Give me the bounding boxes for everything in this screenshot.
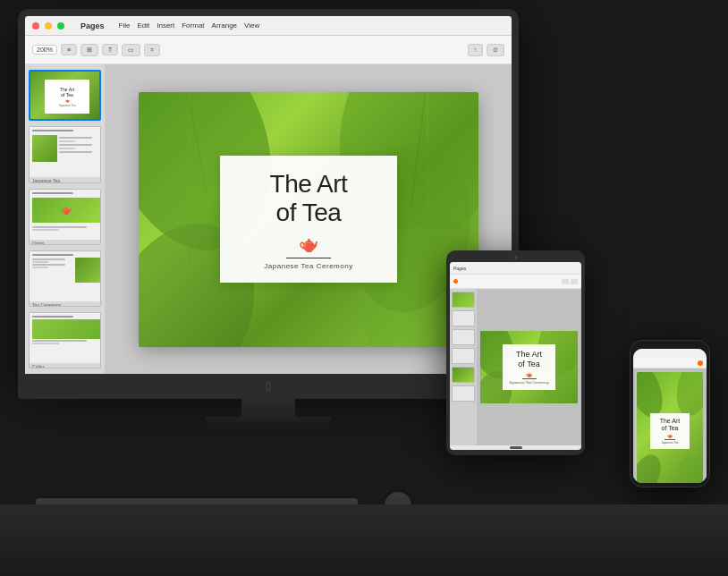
ipad-toolbar-dot (453, 279, 458, 284)
iphone-divider (665, 439, 675, 440)
iphone-statusbar (633, 349, 707, 358)
menu-arrange[interactable]: Arrange (212, 21, 237, 30)
iphone-device: The Art of Tea 🫖 Japanese Tea (630, 340, 710, 487)
ipad-tea-icon: 🫖 (507, 371, 552, 377)
toolbar-btn-4[interactable]: ▭ (122, 44, 140, 56)
ipad-thumb-3[interactable] (452, 329, 475, 345)
imac-stand-neck (241, 399, 295, 417)
thumb5-label: Calles (30, 363, 100, 368)
imac-screen-border: Pages File Edit Insert Format Arrange Vi… (18, 9, 519, 374)
slide-main-title: The Art of Tea (231, 170, 386, 227)
ipad-thumb-1[interactable] (452, 292, 475, 308)
ipad-home-indicator (510, 446, 522, 449)
apple-logo-icon:  (266, 379, 270, 394)
iphone-slide-card: The Art of Tea 🫖 Japanese Tea (650, 413, 690, 449)
iphone-slide-title: The Art of Tea (654, 418, 686, 433)
thumb3-label: Origin (30, 240, 100, 245)
ipad-divider (522, 378, 537, 379)
zoom-control[interactable]: 200% (32, 45, 57, 55)
ipad-toolbar (450, 275, 581, 289)
ipad-slide-sub: Japanese Tea Ceremony (507, 380, 552, 385)
toolbar-btn-1[interactable]: ≡ (61, 44, 77, 55)
ipad-thumb-2[interactable] (452, 310, 475, 326)
iphone-tea-icon: 🫖 (654, 433, 686, 438)
iphone-slide-sub: Japanese Tea (654, 441, 686, 445)
imac-chin:  (18, 374, 519, 399)
toolbar-btn-2[interactable]: ⊞ (80, 44, 98, 56)
ipad-thumb-4[interactable] (452, 348, 475, 364)
ipad-slide: The Art of Tea 🫖 Japanese Tea Ceremony (480, 331, 578, 404)
thumb2-label: Japanese Tea (30, 177, 100, 182)
close-button[interactable] (32, 22, 39, 30)
iphone-notch (656, 341, 683, 346)
tea-icon: 🫖 (231, 234, 386, 254)
iphone-device-wrapper: The Art of Tea 🫖 Japanese Tea (630, 340, 710, 487)
toolbar-btn-3[interactable]: T (102, 44, 118, 55)
imac-monitor: Pages File Edit Insert Format Arrange Vi… (18, 9, 519, 424)
main-slide: The Art of Tea 🫖 Japanese Tea Ceremony (139, 92, 478, 347)
app-name: Pages (80, 21, 105, 30)
iphone-screen: The Art of Tea 🫖 Japanese Tea (633, 349, 707, 483)
menu-insert[interactable]: Insert (157, 21, 174, 30)
toolbar-btn-5[interactable]: ⌗ (144, 44, 160, 56)
ipad-home-bar (450, 445, 581, 450)
slide-card: The Art of Tea 🫖 Japanese Tea Ceremony (220, 156, 397, 283)
ipad-toolbar-btn[interactable] (562, 279, 569, 284)
ipad-canvas: The Art of Tea 🫖 Japanese Tea Ceremony (477, 289, 581, 445)
menu-edit[interactable]: Edit (137, 21, 149, 30)
ipad-thumb-5[interactable] (452, 367, 475, 383)
menu-items: File Edit Insert Format Arrange View (119, 21, 260, 30)
imac-screen: Pages File Edit Insert Format Arrange Vi… (25, 16, 512, 374)
menu-bar: Pages File Edit Insert Format Arrange Vi… (25, 16, 512, 36)
minimize-button[interactable] (45, 22, 52, 30)
ipad-slide-card: The Art of Tea 🫖 Japanese Tea Ceremony (503, 344, 556, 389)
ipad-device-wrapper: Pages (446, 250, 585, 455)
slide-subtitle: Japanese Tea Ceremony (231, 262, 386, 270)
ipad-device: Pages (446, 250, 585, 455)
ipad-toolbar-btn[interactable] (571, 279, 578, 284)
slide-thumb-4[interactable]: Tea Ceremony (29, 250, 101, 307)
svg-point-15 (637, 450, 667, 483)
ipad-main: The Art of Tea 🫖 Japanese Tea Ceremony (450, 289, 581, 445)
ipad-menubar: Pages (450, 262, 581, 275)
slide-thumb-5[interactable]: Calles (29, 312, 101, 368)
svg-point-16 (673, 450, 703, 483)
main-content: The Artof Tea 🫖 Japanese Tea (25, 64, 512, 374)
thumb1-sub: Japanese Tea (59, 104, 76, 107)
ipad-thumb-6[interactable] (452, 385, 475, 402)
ipad-sidebar (450, 289, 477, 445)
slide-panel: The Artof Tea 🫖 Japanese Tea (25, 64, 106, 374)
ipad-screen: Pages (450, 262, 581, 450)
ipad-camera (514, 256, 518, 259)
slide-thumb-1[interactable]: The Artof Tea 🫖 Japanese Tea (29, 70, 101, 121)
menu-format[interactable]: Format (182, 21, 204, 30)
traffic-lights: Pages (32, 21, 105, 30)
menu-view[interactable]: View (244, 21, 259, 30)
thumb1-title: The Artof Tea (60, 87, 74, 97)
slide-thumb-3[interactable]: 🫖 Origin (29, 189, 101, 245)
iphone-slide: The Art of Tea 🫖 Japanese Tea (637, 372, 703, 483)
slide-thumb-2[interactable]: Japanese Tea (29, 126, 101, 182)
ipad-slide-title: The Art of Tea (507, 350, 552, 369)
toolbar: 200% ≡ ⊞ T ▭ ⌗ ↑ ⊙ (25, 36, 512, 64)
desk-surface (0, 504, 728, 576)
iphone-toolbar-dot (698, 360, 703, 366)
menu-file[interactable]: File (119, 21, 131, 30)
iphone-toolbar (633, 358, 707, 368)
fullscreen-button[interactable] (57, 22, 64, 30)
share-button[interactable]: ↑ (468, 44, 484, 56)
ipad-app-title: Pages (453, 266, 466, 271)
imac-stand-base (206, 417, 331, 424)
format-panel-button[interactable]: ⊙ (487, 44, 504, 56)
thumb4-label: Tea Ceremony (30, 301, 100, 307)
iphone-canvas: The Art of Tea 🫖 Japanese Tea (633, 368, 707, 483)
